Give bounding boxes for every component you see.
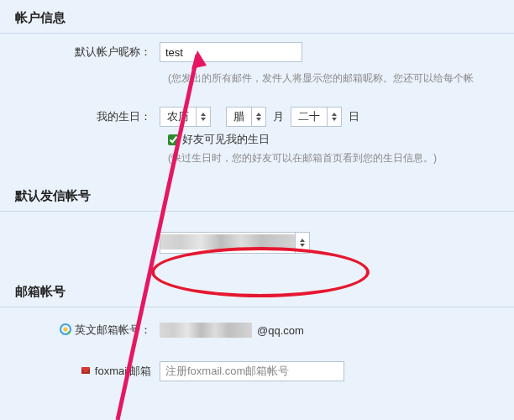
svg-point-1 [64, 328, 68, 332]
default-sender-select[interactable] [160, 232, 310, 254]
english-mailbox-domain: @qq.com [257, 324, 304, 337]
stepper-icon [296, 237, 309, 249]
stepper-icon [197, 111, 210, 123]
label-english-mailbox: 英文邮箱帐号： [0, 323, 160, 338]
section-header-account-info: 帐户信息 [0, 0, 514, 34]
birthday-calendar-type-select[interactable]: 农历 [160, 107, 211, 127]
section-header-default-sender: 默认发信帐号 [0, 178, 514, 212]
hint-nickname: (您发出的所有邮件，发件人将显示您的邮箱昵称。您还可以给每个帐 [0, 67, 514, 98]
birthday-calendar-type-value: 农历 [160, 109, 196, 124]
row-birthday: 我的生日： 农历 腊 月 二十 日 [0, 98, 514, 132]
stepper-icon [328, 111, 341, 123]
birthday-day-value: 二十 [291, 109, 327, 124]
foxmail-register-input[interactable] [160, 361, 344, 381]
nickname-input[interactable] [160, 42, 302, 62]
english-mailbox-value-redacted [160, 323, 252, 338]
label-birthday: 我的生日： [0, 109, 160, 124]
stepper-icon [252, 111, 265, 123]
row-nickname: 默认帐户昵称： [0, 34, 514, 67]
hint-birthday: (快过生日时，您的好友可以在邮箱首页看到您的生日信息。) [0, 147, 514, 178]
row-default-sender [0, 212, 514, 274]
label-nickname: 默认帐户昵称： [0, 45, 160, 60]
foxmail-icon [80, 365, 92, 376]
label-foxmail: foxmail邮箱 [0, 364, 160, 379]
birthday-month-select[interactable]: 腊 [226, 107, 266, 127]
birthday-month-value: 腊 [227, 109, 251, 124]
birthday-visible-label: 好友可见我的生日 [182, 132, 270, 147]
qqmail-icon [60, 323, 71, 335]
birthday-day-select[interactable]: 二十 [291, 107, 342, 127]
birthday-visible-checkbox[interactable] [168, 134, 179, 145]
default-sender-value-redacted [160, 234, 295, 249]
row-birthday-visibility: 好友可见我的生日 [0, 132, 514, 147]
day-unit: 日 [347, 109, 361, 124]
month-unit: 月 [271, 109, 286, 124]
row-english-mailbox: 英文邮箱帐号： @qq.com [0, 307, 514, 343]
svg-point-2 [67, 332, 70, 334]
section-header-mailbox-account: 邮箱帐号 [0, 274, 514, 307]
row-foxmail: foxmail邮箱 [0, 343, 514, 386]
